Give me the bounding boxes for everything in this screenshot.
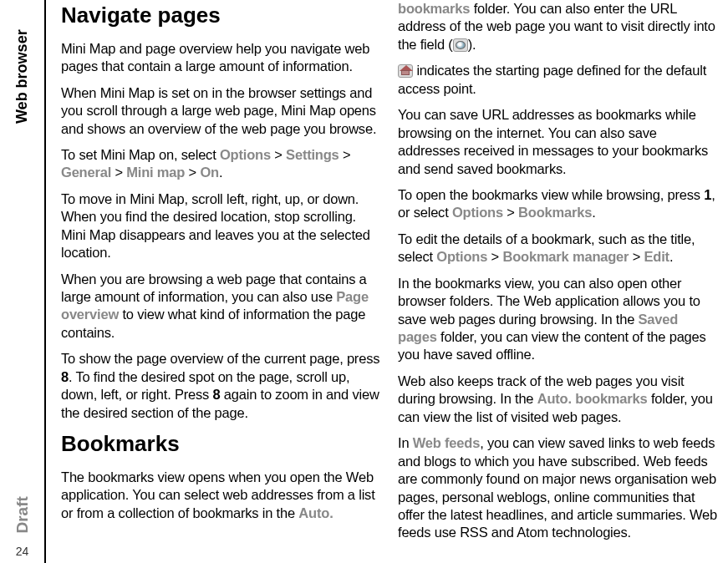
key-8: 8 (61, 369, 69, 384)
paragraph: You can save URL addresses as bookmarks … (398, 106, 720, 178)
ui-term-edit: Edit (644, 249, 669, 264)
section-label: Web browser (13, 29, 32, 124)
draft-watermark: Draft (12, 496, 33, 533)
heading-bookmarks: Bookmarks (61, 430, 383, 459)
sidebar: Web browser Draft 24 (0, 0, 46, 563)
right-column: bookmarks folder. You can also enter the… (398, 0, 720, 563)
paragraph: To set Mini Map on, select Options > Set… (61, 146, 383, 182)
heading-navigate-pages: Navigate pages (61, 2, 383, 30)
page-content: Navigate pages Mini Map and page overvie… (46, 0, 728, 563)
ui-term-bookmarks-folder: bookmarks (398, 1, 470, 16)
paragraph: To move in Mini Map, scroll left, right,… (61, 190, 383, 262)
paragraph: bookmarks folder. You can also enter the… (398, 0, 720, 53)
paragraph: Mini Map and page overview help you navi… (61, 40, 383, 76)
ui-term-settings: Settings (286, 147, 339, 162)
paragraph: When Mini Map is set on in the browser s… (61, 84, 383, 138)
paragraph: The bookmarks view opens when you open t… (61, 469, 383, 522)
ui-term-options: Options (220, 147, 271, 162)
paragraph: Web also keeps track of the web pages yo… (398, 373, 720, 426)
paragraph: indicates the starting page defined for … (398, 62, 720, 98)
paragraph: In the bookmarks view, you can also open… (398, 275, 720, 364)
home-icon (398, 64, 413, 78)
paragraph: To show the page overview of the current… (61, 350, 383, 422)
ui-term-auto-bookmarks: Auto. bookmarks (537, 391, 648, 406)
ui-term-general: General (61, 165, 111, 180)
page-number: 24 (16, 544, 29, 559)
ui-term-web-feeds: Web feeds (413, 435, 480, 450)
globe-icon (453, 38, 468, 52)
ui-term-bookmark-manager: Bookmark manager (502, 249, 629, 264)
paragraph: When you are browsing a web page that co… (61, 271, 383, 342)
paragraph: To open the bookmarks view while browsin… (398, 186, 720, 222)
ui-term-minimap: Mini map (126, 165, 185, 180)
key-1: 1 (704, 187, 711, 202)
ui-term-bookmarks: Bookmarks (518, 205, 592, 220)
ui-term-options: Options (436, 249, 487, 264)
ui-term-on: On (200, 165, 219, 180)
paragraph: To edit the details of a bookmark, such … (398, 231, 720, 266)
ui-term-options: Options (452, 205, 503, 220)
ui-term-auto: Auto. (298, 505, 333, 520)
paragraph: In Web feeds, you can view saved links t… (398, 434, 720, 542)
left-column: Navigate pages Mini Map and page overvie… (61, 0, 383, 563)
